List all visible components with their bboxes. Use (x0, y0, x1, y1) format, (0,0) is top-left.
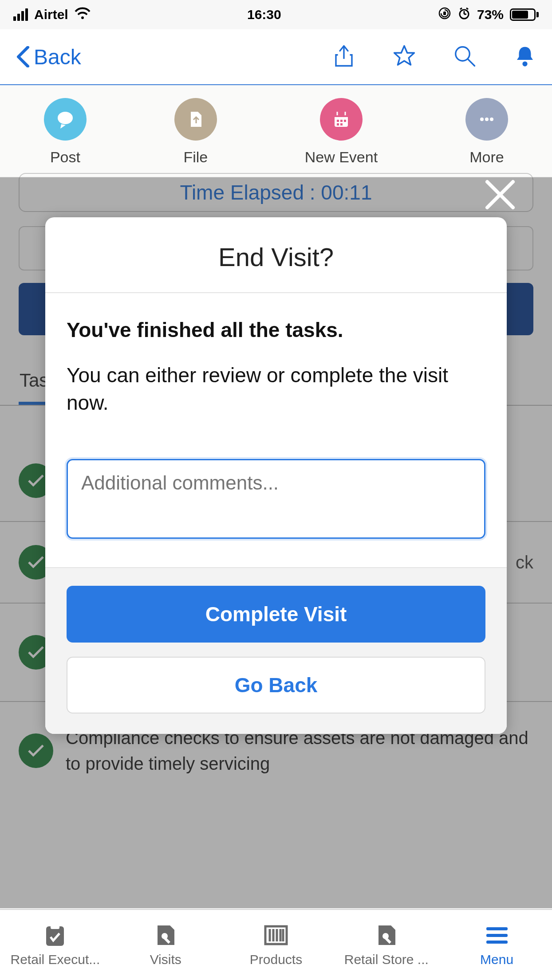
svg-line-7 (466, 8, 468, 9)
svg-rect-29 (51, 924, 59, 929)
quick-more-label: More (469, 149, 504, 166)
menu-icon (483, 923, 511, 948)
complete-visit-button[interactable]: Complete Visit (67, 586, 485, 643)
wrench-doc-icon (151, 923, 180, 948)
battery-icon (510, 8, 539, 21)
clipboard-icon (41, 923, 69, 948)
svg-point-30 (162, 933, 168, 939)
svg-line-11 (468, 59, 475, 66)
quick-file-label: File (183, 149, 208, 166)
carrier-label: Airtel (34, 7, 68, 22)
close-button[interactable] (483, 177, 517, 214)
modal-text: You can either review or complete the vi… (67, 361, 485, 416)
svg-rect-41 (486, 934, 508, 937)
modal-title: End Visit? (45, 217, 507, 293)
svg-point-10 (456, 47, 470, 61)
signal-icon (13, 8, 28, 21)
svg-point-12 (522, 61, 527, 66)
task-title: Compliance checks to ensure assets are n… (66, 728, 528, 773)
svg-point-25 (490, 118, 493, 121)
calendar-icon (320, 98, 363, 141)
quick-more[interactable]: More (465, 98, 508, 166)
modal-heading: You've finished all the tasks. (67, 316, 485, 344)
back-button[interactable]: Back (15, 45, 81, 69)
quick-actions: Post File New Event More (0, 85, 552, 177)
bell-icon[interactable] (513, 44, 537, 70)
tab-label: Retail Store ... (344, 952, 429, 967)
tab-label: Visits (150, 952, 181, 967)
checkmark-icon (19, 733, 53, 768)
close-icon (483, 177, 517, 212)
quick-file[interactable]: File (174, 98, 217, 166)
wifi-icon (75, 7, 91, 23)
quick-post[interactable]: Post (44, 98, 87, 166)
svg-rect-20 (344, 120, 346, 122)
quick-post-label: Post (50, 149, 80, 166)
tab-retail-store[interactable]: Retail Store ... (331, 910, 442, 980)
svg-point-23 (480, 118, 484, 121)
svg-marker-9 (394, 46, 414, 65)
svg-rect-2 (443, 12, 446, 15)
tab-retail-execution[interactable]: Retail Execut... (0, 910, 110, 980)
wrench-doc-icon (372, 923, 401, 948)
svg-point-0 (81, 16, 84, 19)
svg-rect-21 (337, 123, 339, 125)
clock: 16:30 (247, 7, 281, 22)
svg-rect-28 (46, 926, 64, 946)
barcode-icon (262, 923, 290, 948)
nav-bar: Back (0, 29, 552, 85)
share-icon[interactable] (332, 44, 356, 70)
svg-point-24 (485, 118, 489, 121)
status-bar: Airtel 16:30 73% (0, 0, 552, 29)
svg-rect-40 (486, 927, 508, 930)
svg-rect-18 (337, 120, 339, 122)
star-icon[interactable] (392, 44, 416, 70)
svg-point-38 (382, 933, 389, 939)
chevron-left-icon (15, 46, 31, 67)
comments-input[interactable] (67, 459, 485, 539)
quick-event-label: New Event (305, 149, 378, 166)
svg-line-6 (460, 8, 462, 9)
svg-rect-42 (486, 941, 508, 944)
tab-label: Menu (480, 952, 513, 967)
end-visit-modal: End Visit? You've finished all the tasks… (45, 217, 507, 734)
tab-menu[interactable]: Menu (442, 910, 552, 980)
back-label: Back (34, 45, 81, 69)
go-back-button[interactable]: Go Back (67, 657, 485, 713)
quick-new-event[interactable]: New Event (305, 98, 378, 166)
tab-products[interactable]: Products (221, 910, 331, 980)
alarm-icon (457, 7, 471, 23)
search-icon[interactable] (453, 44, 477, 70)
tab-label: Products (250, 952, 302, 967)
battery-percent: 73% (477, 7, 504, 22)
bottom-nav: Retail Execut... Visits Products Retail … (0, 909, 552, 980)
tab-visits[interactable]: Visits (110, 910, 221, 980)
svg-rect-19 (340, 120, 343, 122)
orientation-lock-icon (438, 7, 451, 23)
more-icon (465, 98, 508, 141)
post-icon (44, 98, 87, 141)
svg-rect-22 (340, 123, 343, 125)
file-icon (174, 98, 217, 141)
tab-label: Retail Execut... (11, 952, 100, 967)
